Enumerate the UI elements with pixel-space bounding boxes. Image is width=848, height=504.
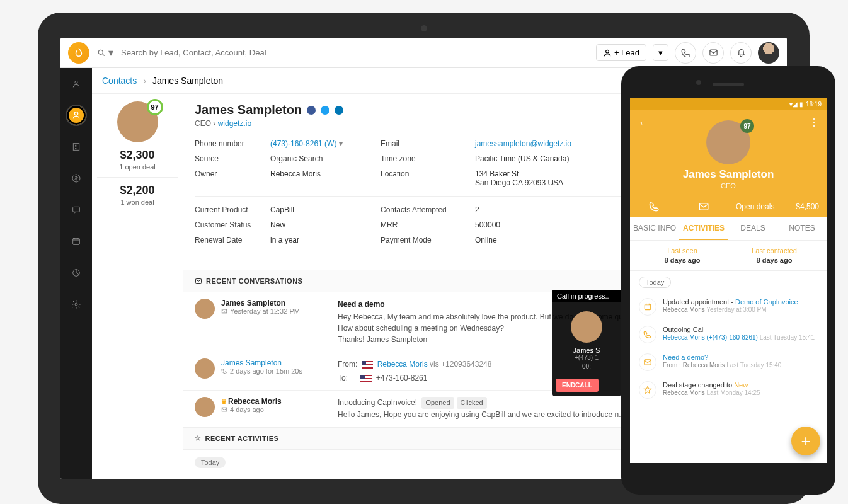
feed-item[interactable]: Deal stage changed to NewRebecca Moris L… xyxy=(639,376,818,404)
breadcrumb-current: James Sampleton xyxy=(152,76,223,86)
feed-item[interactable]: Outgoing CallRebecca Moris (+(473)-160-8… xyxy=(639,321,818,348)
phone-score: 97 xyxy=(740,119,754,133)
fab-add-button[interactable]: + xyxy=(791,427,820,455)
search-input[interactable] xyxy=(121,48,285,57)
avatar xyxy=(195,397,215,417)
sidenav-item-accounts[interactable] xyxy=(66,136,87,158)
call-number: +(473)-1 xyxy=(557,354,616,361)
open-deals-label: Open deals xyxy=(736,202,774,211)
field-label: MRR xyxy=(381,220,469,229)
chat-icon xyxy=(71,205,81,215)
svg-rect-8 xyxy=(73,238,80,244)
open-deal-label: 1 open deal xyxy=(97,163,178,171)
phone-header: ← ⋮ 97 James Sampleton CEO xyxy=(630,110,827,196)
sidenav-item-deals[interactable] xyxy=(66,168,87,189)
svg-rect-5 xyxy=(73,144,79,151)
phone-avatar: 97 xyxy=(706,120,750,164)
field-label: Time zone xyxy=(381,154,469,163)
conversation-sender: ♛Rebecca Moris xyxy=(221,397,331,406)
svg-point-0 xyxy=(98,50,103,54)
phone-device: ▾◢ ▮16:19 ← ⋮ 97 James Sampleton CEO Ope… xyxy=(621,66,835,495)
phone-contact-name: James Sampleton xyxy=(638,168,819,181)
field-value: Organic Search xyxy=(270,154,374,163)
phone-contact-role: CEO xyxy=(638,182,819,190)
app-logo[interactable] xyxy=(68,42,89,64)
tab-deals[interactable]: DEALS xyxy=(728,217,777,240)
call-name: James S xyxy=(557,346,616,354)
tab-notes[interactable]: NOTES xyxy=(777,217,827,240)
lead-dropdown[interactable]: ▾ xyxy=(653,44,668,61)
avatar xyxy=(195,299,215,319)
mail-icon xyxy=(698,201,709,212)
conversation-meta: 2 days ago for 15m 20s xyxy=(221,367,331,375)
calendar-icon xyxy=(71,236,81,246)
sidenav-item-contacts[interactable] xyxy=(66,105,87,126)
call-in-progress-panel: Call in progress.. James S +(473)-1 00: … xyxy=(552,290,621,396)
phone-button[interactable] xyxy=(675,42,696,64)
phone-call-button[interactable] xyxy=(630,196,679,217)
lead-score-badge: 97 xyxy=(147,99,163,115)
facebook-icon[interactable] xyxy=(307,106,316,115)
user-icon xyxy=(71,110,81,120)
svg-point-10 xyxy=(75,303,77,306)
open-deals-button[interactable]: Open deals $4,500 xyxy=(728,196,827,217)
call-avatar xyxy=(571,311,602,343)
user-avatar[interactable] xyxy=(758,42,779,64)
flame-icon xyxy=(73,47,84,59)
sidenav-item-calendar[interactable] xyxy=(66,231,87,252)
tab-activities[interactable]: ACTIVITIES xyxy=(679,217,728,240)
status-bar: ▾◢ ▮16:19 xyxy=(630,98,827,110)
tab-basic-info[interactable]: BASIC INFO xyxy=(630,217,679,240)
contact-name: James Sampleton xyxy=(195,103,343,117)
phone-today-badge: Today xyxy=(639,277,671,288)
phone-tabs: BASIC INFOACTIVITIESDEALSNOTES xyxy=(630,217,827,241)
sidenav-item-chat[interactable] xyxy=(66,199,87,220)
breadcrumb-root[interactable]: Contacts xyxy=(102,76,137,86)
twitter-icon[interactable] xyxy=(321,106,329,115)
add-lead-label: + Lead xyxy=(614,48,639,57)
phone-icon xyxy=(681,48,690,57)
pie-icon xyxy=(71,268,81,278)
mail-icon xyxy=(221,406,227,413)
feed-item[interactable]: Updated appointment - Demo of CapInvoice… xyxy=(639,293,818,321)
field-value: New xyxy=(270,220,374,229)
add-lead-button[interactable]: + Lead xyxy=(596,44,646,61)
svg-point-4 xyxy=(74,112,77,115)
search-icon[interactable]: ▾ xyxy=(97,47,113,59)
phone-stats: Last seen8 days agoLast contacted8 days … xyxy=(630,241,827,271)
sidenav-item-leads[interactable] xyxy=(66,73,87,94)
phone-mail-button[interactable] xyxy=(679,196,728,217)
phone-icon xyxy=(639,326,656,343)
mail-icon xyxy=(709,48,718,57)
avatar xyxy=(195,358,215,379)
open-deal-amount: $2,300 xyxy=(97,149,178,162)
calendar-icon xyxy=(639,298,656,316)
sidenav-item-reports[interactable] xyxy=(66,262,87,284)
svg-rect-21 xyxy=(645,304,650,310)
stat: Last contacted8 days ago xyxy=(728,247,820,264)
field-label: Email xyxy=(381,139,469,148)
field-value[interactable]: (473)-160-8261 (W) ▾ xyxy=(270,139,374,148)
conversation-meta: Yesterday at 12:32 PM xyxy=(221,307,331,315)
notifications-button[interactable] xyxy=(730,42,752,64)
mail-icon xyxy=(195,277,202,285)
back-button[interactable]: ← xyxy=(638,115,650,130)
contact-avatar: 97 xyxy=(117,101,158,142)
field-label: Source xyxy=(195,154,264,163)
sidenav xyxy=(60,68,92,479)
field-label: Owner xyxy=(195,169,264,187)
topbar: ▾ + Lead ▾ xyxy=(60,38,787,68)
endcall-button[interactable]: ENDCALL xyxy=(556,379,599,392)
field-label: Renewal Date xyxy=(195,236,264,244)
gear-icon xyxy=(71,299,81,309)
star-icon xyxy=(639,381,656,399)
field-label: Phone number xyxy=(195,139,264,148)
phone-screen: ▾◢ ▮16:19 ← ⋮ 97 James Sampleton CEO Ope… xyxy=(630,98,827,463)
dollar-icon xyxy=(71,173,81,183)
feed-item[interactable]: Need a demo?From : Rebecca Moris Last Tu… xyxy=(639,348,818,376)
phone-icon xyxy=(221,368,227,374)
linkedin-icon[interactable] xyxy=(335,106,343,115)
mail-button[interactable] xyxy=(702,42,724,64)
sidenav-item-settings[interactable] xyxy=(66,294,87,315)
menu-button[interactable]: ⋮ xyxy=(809,117,819,129)
